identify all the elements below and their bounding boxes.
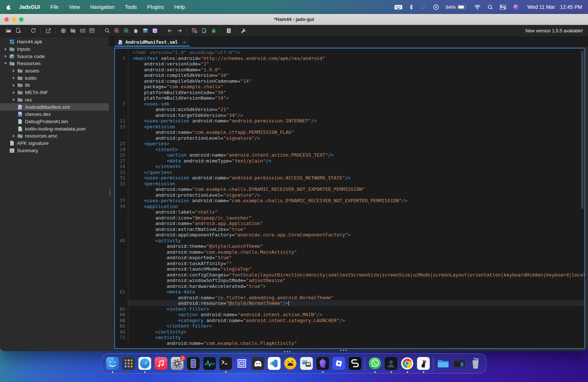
export-button[interactable]: [43, 26, 53, 35]
dock-item-squares-app[interactable]: [236, 357, 248, 370]
code-line[interactable]: android:resource="@style/NormalTheme"/>: [115, 300, 584, 306]
code-line[interactable]: android:versionName="1.0.0": [115, 67, 584, 73]
wifi-icon[interactable]: [474, 4, 481, 10]
code-line[interactable]: 7 <uses-sdk: [115, 101, 584, 107]
code-line[interactable]: 45 <activity: [115, 238, 584, 244]
code-line[interactable]: 66 <action android:name="android.intent.…: [115, 312, 584, 318]
window-handle-dots[interactable]: [284, 351, 290, 352]
code-line[interactable]: android:compileSdkVersionCodename="14": [115, 78, 584, 84]
tree-item-inputs[interactable]: Inputs: [0, 46, 109, 53]
menu-item-plugins[interactable]: Plugins: [147, 4, 164, 10]
log-button[interactable]: [224, 26, 233, 35]
dock-item-launchpad[interactable]: [122, 357, 135, 370]
menu-item-jadxgui[interactable]: JadxGUI: [19, 4, 40, 10]
forward-button[interactable]: [175, 26, 184, 35]
siri-icon[interactable]: [513, 4, 519, 10]
dock-item-downloads-folder[interactable]: [437, 357, 450, 370]
spotlight-icon[interactable]: [488, 4, 493, 10]
code-line[interactable]: android:name="com.example.challx.MainAct…: [115, 249, 584, 255]
chevron-right-icon[interactable]: [11, 84, 16, 87]
flatten-button[interactable]: [78, 26, 87, 35]
code-line[interactable]: 31 <uses-permission android:name="androi…: [115, 175, 584, 181]
quark-m-button[interactable]: M: [150, 26, 159, 35]
tab-androidmanifest[interactable]: MF AndroidManifest.xml ×: [115, 38, 190, 47]
tree-item-meta-inf[interactable]: META-INF: [0, 89, 109, 96]
code-line[interactable]: android:name="com.example.challx.DYNAMIC…: [115, 186, 584, 192]
code-line[interactable]: 23 </queries>: [115, 169, 584, 175]
code-line[interactable]: android:label="challx": [115, 209, 584, 215]
reload-button[interactable]: [28, 26, 38, 35]
dock-item-contacts-app[interactable]: [385, 357, 398, 370]
apple-menu[interactable]: [6, 4, 11, 10]
chevron-right-icon[interactable]: [3, 48, 8, 51]
code-line[interactable]: android:compileSdkVersion="34": [115, 72, 584, 78]
dock-item-trash[interactable]: [469, 357, 482, 370]
dock-item-vscode[interactable]: [268, 357, 281, 370]
code-line[interactable]: android:taskAffinity="": [115, 261, 584, 267]
code-line[interactable]: package="com.example.challx": [115, 84, 584, 90]
dock-item-android-studio[interactable]: [284, 357, 297, 370]
dock-item-settings[interactable]: 2: [171, 357, 184, 370]
open-file-button[interactable]: [4, 26, 13, 35]
code-line[interactable]: android:exported="true": [115, 255, 584, 261]
dock-item-shapr-app[interactable]: [349, 357, 362, 370]
code-line[interactable]: android:name="com.example.ctfapp.PERMISS…: [115, 129, 584, 135]
tree-item-kotlin[interactable]: kotlin: [0, 74, 109, 82]
code-line[interactable]: 68 <category android:name="android.inten…: [115, 318, 584, 324]
tree-item-resources-arsc[interactable]: resources.arsc: [0, 132, 109, 140]
dock-item-java-duke[interactable]: [417, 357, 430, 370]
table-button[interactable]: [87, 26, 97, 35]
chevron-right-icon[interactable]: [11, 69, 16, 72]
code-line[interactable]: android:minSdkVersion="21": [115, 107, 584, 113]
code-line[interactable]: 2<manifest xmlns:android="http://schemas…: [115, 56, 584, 61]
code-line[interactable]: 27 <data android:mimeType="text/plain"/>: [115, 158, 584, 164]
code-line[interactable]: platformBuildVersionName="14">: [115, 95, 584, 101]
edit-device-button[interactable]: [199, 26, 209, 35]
tree-item-kotlin-tooling-metadata-json[interactable]: (o)kotlin-tooling-metadata.json: [0, 125, 109, 132]
tree-item-res[interactable]: res: [0, 96, 109, 104]
editor-scrollbar-thumb[interactable]: [581, 51, 584, 209]
class-search-button[interactable]: [121, 26, 131, 35]
tree-item-apk-signature[interactable]: APK signature: [0, 140, 109, 147]
code-line[interactable]: android:launchMode="singleTop": [115, 266, 584, 272]
dock-item-music[interactable]: [155, 357, 168, 370]
code-line[interactable]: 24 </intent>: [115, 164, 584, 169]
dock-item-preview-app[interactable]: [300, 357, 313, 370]
dock-item-minimized-window[interactable]: [453, 357, 466, 370]
dock-item-chrome[interactable]: [401, 357, 414, 370]
code-line[interactable]: android:name="android.app.Application": [115, 221, 584, 226]
bluetooth-icon[interactable]: [409, 4, 413, 10]
code-line[interactable]: android:windowSoftInputMode="adjustResiz…: [115, 278, 584, 283]
menu-bar-clock[interactable]: Wed 11 Mar 12:45 PM: [527, 4, 582, 10]
deobfuscation-button[interactable]: [190, 26, 199, 35]
tab-close-icon[interactable]: ×: [183, 39, 186, 45]
dock-item-obsidian[interactable]: [316, 357, 329, 370]
tree-item-resources[interactable]: Resources: [0, 60, 109, 67]
code-line[interactable]: android:appComponentFactory="androidx.co…: [115, 232, 584, 238]
chevron-right-icon[interactable]: [11, 91, 16, 94]
code-line[interactable]: 65 </intent-filter>: [115, 323, 584, 329]
code-line[interactable]: 33 <permission: [115, 181, 584, 187]
playback-icon[interactable]: [433, 4, 439, 10]
code-line[interactable]: 37 <uses-permission android:name="com.ex…: [115, 198, 584, 204]
sync-folder-button[interactable]: [68, 26, 78, 35]
code-line[interactable]: android:extractNativeLibs="true": [115, 226, 584, 232]
tree-item-ham44-apk[interactable]: Ham44.apk: [0, 38, 109, 46]
code-line[interactable]: android:icon="@mipmap/ic_launcher": [115, 215, 584, 221]
window-frame-button[interactable]: [140, 26, 150, 35]
chevron-right-icon[interactable]: [11, 98, 16, 101]
window-handle-dots[interactable]: [340, 350, 347, 351]
screen-dim-icon[interactable]: [420, 4, 426, 10]
wheel-button[interactable]: [58, 26, 68, 35]
code-line[interactable]: android:name="com.example.challx.FlagAct…: [115, 340, 584, 346]
menu-item-navigation[interactable]: Navigation: [90, 4, 114, 10]
menu-item-file[interactable]: File: [50, 4, 59, 10]
code-line[interactable]: android:configChanges="fontScale|layoutD…: [115, 272, 584, 278]
chevron-down-icon[interactable]: [3, 63, 8, 64]
dock-item-discord[interactable]: [252, 357, 265, 370]
keyboard-icon[interactable]: [394, 4, 402, 10]
debug-button[interactable]: [209, 26, 218, 35]
code-line[interactable]: <?xml version="1.0" encoding="utf-8"?>: [115, 50, 584, 56]
text-search-button[interactable]: [112, 26, 121, 35]
code-line[interactable]: android:protectionLevel="signature"/>: [115, 192, 584, 198]
